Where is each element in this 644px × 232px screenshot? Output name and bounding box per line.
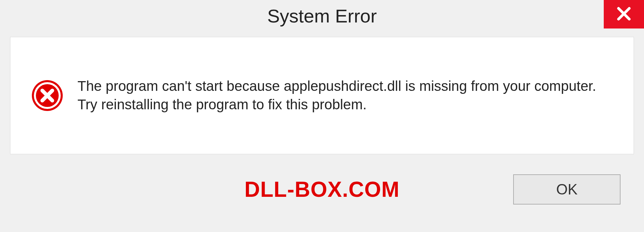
content-panel: The program can't start because applepus… [10, 37, 634, 154]
error-message: The program can't start because applepus… [77, 77, 613, 114]
close-icon [616, 6, 632, 23]
dialog-title: System Error [267, 5, 377, 27]
close-button[interactable] [604, 0, 644, 28]
title-bar: System Error [0, 0, 644, 37]
error-icon [31, 79, 64, 112]
ok-button[interactable]: OK [513, 174, 621, 205]
dialog-footer: DLL-BOX.COM OK [10, 154, 634, 215]
watermark-text: DLL-BOX.COM [245, 177, 400, 202]
